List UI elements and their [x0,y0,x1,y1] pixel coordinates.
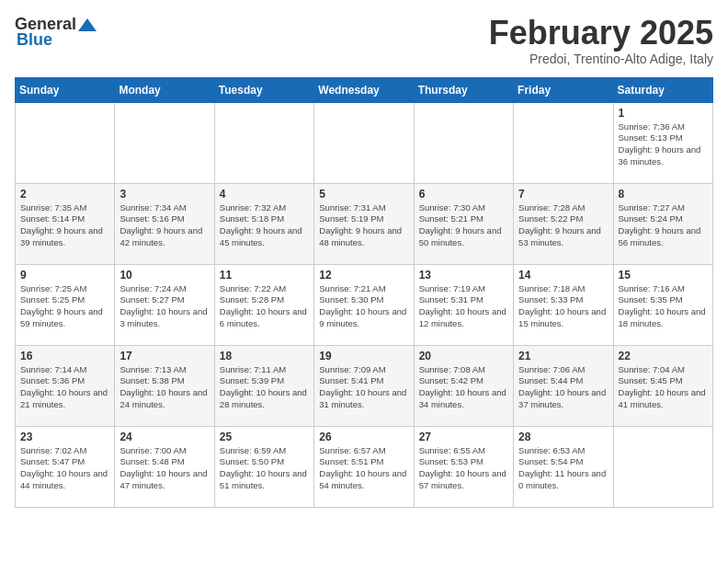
calendar-cell: 17Sunrise: 7:13 AM Sunset: 5:38 PM Dayli… [115,345,214,426]
calendar-cell: 6Sunrise: 7:30 AM Sunset: 5:21 PM Daylig… [414,183,513,264]
day-number: 2 [20,188,109,201]
logo-icon [78,17,97,33]
day-number: 20 [419,350,508,362]
day-number: 19 [319,350,408,362]
calendar-cell: 27Sunrise: 6:55 AM Sunset: 5:53 PM Dayli… [414,426,513,507]
day-info: Sunrise: 7:09 AM Sunset: 5:41 PM Dayligh… [319,364,408,411]
day-info: Sunrise: 7:16 AM Sunset: 5:35 PM Dayligh… [619,283,708,330]
day-number: 17 [119,350,209,362]
day-number: 18 [220,350,309,362]
calendar-cell: 28Sunrise: 6:53 AM Sunset: 5:54 PM Dayli… [514,426,613,507]
day-info: Sunrise: 7:35 AM Sunset: 5:14 PM Dayligh… [20,202,109,249]
weekday-header: Thursday [414,77,513,102]
day-info: Sunrise: 7:32 AM Sunset: 5:18 PM Dayligh… [220,202,309,249]
day-info: Sunrise: 7:24 AM Sunset: 5:27 PM Dayligh… [119,283,209,330]
calendar-table: SundayMondayTuesdayWednesdayThursdayFrid… [15,77,713,508]
day-info: Sunrise: 7:00 AM Sunset: 5:48 PM Dayligh… [119,445,209,492]
weekday-header: Friday [514,77,613,102]
day-info: Sunrise: 7:30 AM Sunset: 5:21 PM Dayligh… [419,202,508,249]
calendar-cell: 15Sunrise: 7:16 AM Sunset: 5:35 PM Dayli… [613,264,712,345]
day-info: Sunrise: 7:22 AM Sunset: 5:28 PM Dayligh… [220,283,309,330]
day-info: Sunrise: 7:28 AM Sunset: 5:22 PM Dayligh… [518,202,608,249]
location-subtitle: Predoi, Trentino-Alto Adige, Italy [489,52,713,66]
day-number: 1 [619,107,708,120]
day-number: 12 [319,269,408,282]
day-number: 4 [220,188,309,201]
day-number: 8 [619,188,708,201]
page-header: General Blue February 2025 Predoi, Trent… [15,15,713,66]
day-info: Sunrise: 7:14 AM Sunset: 5:36 PM Dayligh… [20,364,109,411]
calendar-cell [514,102,613,183]
day-info: Sunrise: 7:21 AM Sunset: 5:30 PM Dayligh… [319,283,408,330]
day-number: 21 [518,350,608,362]
day-info: Sunrise: 7:31 AM Sunset: 5:19 PM Dayligh… [319,202,408,249]
day-info: Sunrise: 7:04 AM Sunset: 5:45 PM Dayligh… [619,364,708,411]
calendar-cell: 16Sunrise: 7:14 AM Sunset: 5:36 PM Dayli… [16,345,115,426]
calendar-cell [314,102,414,183]
weekday-header: Saturday [613,77,712,102]
svg-marker-0 [78,18,97,31]
calendar-cell: 13Sunrise: 7:19 AM Sunset: 5:31 PM Dayli… [414,264,513,345]
day-number: 28 [518,431,608,443]
day-number: 25 [220,431,309,443]
day-number: 5 [319,188,408,201]
day-number: 15 [619,269,708,282]
day-info: Sunrise: 7:27 AM Sunset: 5:24 PM Dayligh… [619,202,708,249]
calendar-cell [214,102,313,183]
calendar-cell: 9Sunrise: 7:25 AM Sunset: 5:25 PM Daylig… [16,264,115,345]
calendar-cell [613,426,712,507]
weekday-header: Wednesday [314,77,414,102]
weekday-header: Monday [115,77,214,102]
day-number: 3 [119,188,209,201]
logo: General Blue [15,15,98,50]
day-info: Sunrise: 7:18 AM Sunset: 5:33 PM Dayligh… [518,283,608,330]
day-info: Sunrise: 7:34 AM Sunset: 5:16 PM Dayligh… [119,202,209,249]
day-info: Sunrise: 7:08 AM Sunset: 5:42 PM Dayligh… [419,364,508,411]
weekday-header-row: SundayMondayTuesdayWednesdayThursdayFrid… [16,77,713,102]
day-number: 23 [20,431,109,443]
calendar-cell: 20Sunrise: 7:08 AM Sunset: 5:42 PM Dayli… [414,345,513,426]
day-info: Sunrise: 6:55 AM Sunset: 5:53 PM Dayligh… [419,445,508,492]
calendar-cell: 4Sunrise: 7:32 AM Sunset: 5:18 PM Daylig… [214,183,313,264]
calendar-cell: 8Sunrise: 7:27 AM Sunset: 5:24 PM Daylig… [613,183,712,264]
calendar-cell [414,102,513,183]
calendar-cell: 10Sunrise: 7:24 AM Sunset: 5:27 PM Dayli… [115,264,214,345]
month-title: February 2025 [489,15,713,52]
day-number: 27 [419,431,508,443]
day-number: 24 [119,431,209,443]
calendar-cell: 23Sunrise: 7:02 AM Sunset: 5:47 PM Dayli… [16,426,115,507]
calendar-cell: 11Sunrise: 7:22 AM Sunset: 5:28 PM Dayli… [214,264,313,345]
calendar-week-row: 1Sunrise: 7:36 AM Sunset: 5:13 PM Daylig… [16,102,713,183]
day-number: 6 [419,188,508,201]
day-info: Sunrise: 7:06 AM Sunset: 5:44 PM Dayligh… [518,364,608,411]
day-number: 16 [20,350,109,362]
calendar-cell: 5Sunrise: 7:31 AM Sunset: 5:19 PM Daylig… [314,183,414,264]
day-number: 14 [518,269,608,282]
calendar-cell: 14Sunrise: 7:18 AM Sunset: 5:33 PM Dayli… [514,264,613,345]
weekday-header: Sunday [16,77,115,102]
logo-blue-text: Blue [17,30,52,50]
day-info: Sunrise: 7:19 AM Sunset: 5:31 PM Dayligh… [419,283,508,330]
day-number: 26 [319,431,408,443]
calendar-cell: 19Sunrise: 7:09 AM Sunset: 5:41 PM Dayli… [314,345,414,426]
calendar-cell: 7Sunrise: 7:28 AM Sunset: 5:22 PM Daylig… [514,183,613,264]
day-info: Sunrise: 7:36 AM Sunset: 5:13 PM Dayligh… [619,121,708,168]
calendar-cell: 2Sunrise: 7:35 AM Sunset: 5:14 PM Daylig… [16,183,115,264]
day-number: 9 [20,269,109,282]
calendar-cell: 22Sunrise: 7:04 AM Sunset: 5:45 PM Dayli… [613,345,712,426]
calendar-week-row: 23Sunrise: 7:02 AM Sunset: 5:47 PM Dayli… [16,426,713,507]
calendar-week-row: 16Sunrise: 7:14 AM Sunset: 5:36 PM Dayli… [16,345,713,426]
day-info: Sunrise: 7:02 AM Sunset: 5:47 PM Dayligh… [20,445,109,492]
calendar-cell: 24Sunrise: 7:00 AM Sunset: 5:48 PM Dayli… [115,426,214,507]
calendar-cell: 25Sunrise: 6:59 AM Sunset: 5:50 PM Dayli… [214,426,313,507]
calendar-cell: 26Sunrise: 6:57 AM Sunset: 5:51 PM Dayli… [314,426,414,507]
day-info: Sunrise: 6:53 AM Sunset: 5:54 PM Dayligh… [518,445,608,492]
calendar-cell: 3Sunrise: 7:34 AM Sunset: 5:16 PM Daylig… [115,183,214,264]
day-info: Sunrise: 7:11 AM Sunset: 5:39 PM Dayligh… [220,364,309,411]
day-number: 10 [119,269,209,282]
day-info: Sunrise: 7:13 AM Sunset: 5:38 PM Dayligh… [119,364,209,411]
day-number: 13 [419,269,508,282]
day-info: Sunrise: 6:59 AM Sunset: 5:50 PM Dayligh… [220,445,309,492]
calendar-week-row: 9Sunrise: 7:25 AM Sunset: 5:25 PM Daylig… [16,264,713,345]
calendar-cell: 21Sunrise: 7:06 AM Sunset: 5:44 PM Dayli… [514,345,613,426]
